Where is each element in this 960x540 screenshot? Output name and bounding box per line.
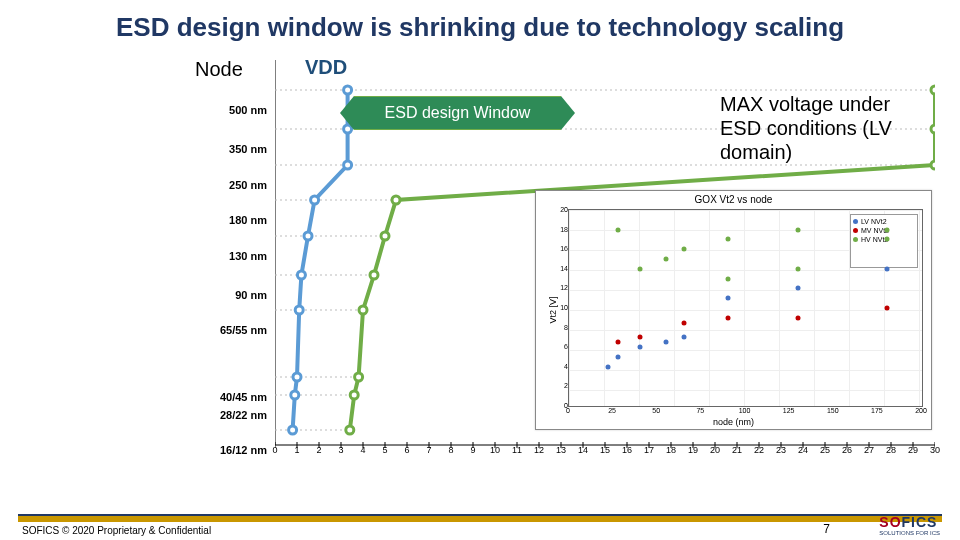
x-tick-label: 6 — [404, 445, 409, 455]
node-label: 16/12 nm — [220, 444, 267, 456]
inset-point — [616, 355, 621, 360]
svg-point-54 — [931, 125, 935, 133]
x-tick-label: 19 — [688, 445, 698, 455]
svg-point-50 — [293, 373, 301, 381]
svg-point-56 — [392, 196, 400, 204]
inset-point — [637, 266, 642, 271]
svg-point-48 — [297, 271, 305, 279]
inset-point — [725, 315, 730, 320]
esd-window-label: ESD design Window — [354, 96, 561, 130]
inset-point — [616, 340, 621, 345]
x-tick-label: 8 — [448, 445, 453, 455]
svg-point-43 — [344, 86, 352, 94]
x-tick-label: 22 — [754, 445, 764, 455]
inset-point — [681, 320, 686, 325]
inset-point — [796, 266, 801, 271]
svg-point-47 — [304, 232, 312, 240]
inset-point — [884, 266, 889, 271]
x-tick-label: 20 — [710, 445, 720, 455]
inset-point — [725, 296, 730, 301]
x-tick-label: 10 — [490, 445, 500, 455]
slide-title: ESD design window is shrinking due to te… — [0, 12, 960, 43]
svg-point-46 — [311, 196, 319, 204]
inset-point — [796, 315, 801, 320]
inset-point — [664, 340, 669, 345]
x-tick-label: 18 — [666, 445, 676, 455]
node-label: 90 nm — [235, 289, 267, 301]
x-tick-label: 17 — [644, 445, 654, 455]
x-tick-label: 11 — [512, 445, 522, 455]
x-tick-label: 29 — [908, 445, 918, 455]
x-tick-label: 5 — [382, 445, 387, 455]
inset-xlabel: node (nm) — [536, 417, 931, 427]
node-label: 350 nm — [229, 143, 267, 155]
x-tick-label: 0 — [272, 445, 277, 455]
node-label: 65/55 nm — [220, 324, 267, 336]
legend-item: LV NVt2 — [853, 217, 915, 226]
svg-point-55 — [931, 161, 935, 169]
svg-point-52 — [289, 426, 297, 434]
svg-point-58 — [370, 271, 378, 279]
footer: SOFICS © 2020 Proprietary & Confidential… — [0, 508, 960, 540]
inset-point — [884, 227, 889, 232]
inset-chart: GOX Vt2 vs node Vt2 [V] node (nm) 024681… — [535, 190, 932, 430]
esd-window-arrow: ESD design Window — [340, 96, 575, 130]
x-tick-label: 9 — [470, 445, 475, 455]
node-label: 180 nm — [229, 214, 267, 226]
slide-number: 7 — [823, 522, 830, 536]
x-tick-label: 12 — [534, 445, 544, 455]
annotation-max-voltage: MAX voltage under ESD conditions (LV dom… — [720, 92, 930, 164]
inset-point — [637, 345, 642, 350]
inset-point — [616, 227, 621, 232]
svg-point-51 — [291, 391, 299, 399]
x-tick-label: 13 — [556, 445, 566, 455]
x-tick-label: 1 — [294, 445, 299, 455]
x-tick-label: 30 — [930, 445, 940, 455]
x-tick-label: 7 — [426, 445, 431, 455]
sofics-logo: SOFICS SOLUTIONS FOR ICS — [879, 514, 940, 536]
x-tick-label: 2 — [316, 445, 321, 455]
inset-point — [884, 237, 889, 242]
node-header: Node — [195, 58, 243, 81]
node-label: 40/45 nm — [220, 391, 267, 403]
inset-point — [681, 247, 686, 252]
inset-point — [637, 335, 642, 340]
svg-point-57 — [381, 232, 389, 240]
svg-point-53 — [931, 86, 935, 94]
x-tick-label: 3 — [338, 445, 343, 455]
inset-point — [884, 306, 889, 311]
svg-point-45 — [344, 161, 352, 169]
inset-point — [605, 364, 610, 369]
x-tick-label: 27 — [864, 445, 874, 455]
inset-title: GOX Vt2 vs node — [536, 194, 931, 205]
svg-point-61 — [350, 391, 358, 399]
inset-point — [681, 335, 686, 340]
svg-point-60 — [355, 373, 363, 381]
node-label: 500 nm — [229, 104, 267, 116]
inset-point — [796, 227, 801, 232]
x-tick-label: 4 — [360, 445, 365, 455]
x-axis-ticks: 0123456789101112131415161718192021222324… — [275, 445, 935, 465]
x-tick-label: 26 — [842, 445, 852, 455]
node-label: 28/22 nm — [220, 409, 267, 421]
inset-point — [725, 237, 730, 242]
svg-point-59 — [359, 306, 367, 314]
x-tick-label: 14 — [578, 445, 588, 455]
node-label: 250 nm — [229, 179, 267, 191]
x-tick-label: 28 — [886, 445, 896, 455]
x-tick-label: 15 — [600, 445, 610, 455]
inset-point — [664, 257, 669, 262]
inset-point — [725, 276, 730, 281]
x-tick-label: 25 — [820, 445, 830, 455]
svg-point-49 — [295, 306, 303, 314]
svg-point-62 — [346, 426, 354, 434]
x-tick-label: 21 — [732, 445, 742, 455]
footer-text: SOFICS © 2020 Proprietary & Confidential — [22, 525, 211, 536]
inset-point — [796, 286, 801, 291]
x-tick-label: 16 — [622, 445, 632, 455]
node-label: 130 nm — [229, 250, 267, 262]
x-tick-label: 23 — [776, 445, 786, 455]
x-tick-label: 24 — [798, 445, 808, 455]
